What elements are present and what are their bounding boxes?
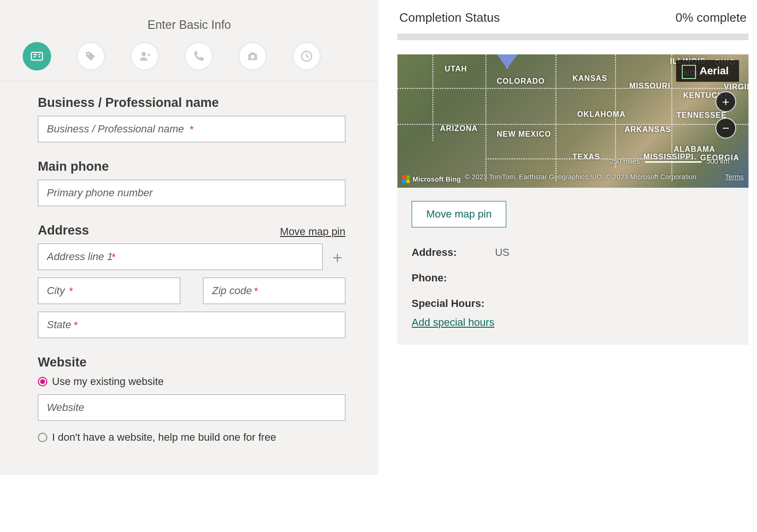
map-label-arkansas: ARKANSAS bbox=[625, 125, 671, 134]
map-terms-link[interactable]: Terms bbox=[725, 173, 744, 181]
main-phone-input[interactable] bbox=[38, 180, 345, 206]
map-label-arizona: ARIZONA bbox=[440, 124, 478, 133]
website-existing-radio[interactable] bbox=[38, 377, 47, 386]
form-pane: Enter Basic Info Business / Pr bbox=[0, 0, 378, 475]
map-scale-km: 500 km bbox=[706, 157, 730, 165]
city-required: * bbox=[69, 285, 73, 297]
map-aerial-toggle[interactable]: Aerial bbox=[676, 60, 739, 82]
address1-required: * bbox=[112, 251, 116, 263]
business-name-required: * bbox=[190, 123, 194, 136]
move-map-pin-link[interactable]: Move map pin bbox=[280, 226, 345, 238]
preview-pane: Completion Status 0% complete UTAH COLOR bbox=[378, 0, 757, 345]
map-label-texas: TEXAS bbox=[572, 153, 600, 161]
person-icon bbox=[138, 50, 151, 63]
map-label-tennessee: TENNESSEE bbox=[677, 111, 727, 120]
map[interactable]: UTAH COLORADO KANSAS MISSOURI ARIZONA NE… bbox=[397, 54, 748, 188]
tag-icon bbox=[84, 50, 97, 63]
website-input[interactable] bbox=[38, 394, 345, 421]
state-required: * bbox=[74, 319, 78, 331]
info-special-hours-label: Special Hours: bbox=[412, 297, 484, 310]
website-existing-text: Use my existing website bbox=[52, 375, 164, 388]
completion-status-label: Completion Status bbox=[399, 10, 500, 25]
preview-card: UTAH COLORADO KANSAS MISSOURI ARIZONA NE… bbox=[397, 54, 748, 345]
card-id-icon bbox=[30, 50, 44, 63]
camera-icon bbox=[246, 50, 259, 63]
svg-point-2 bbox=[141, 52, 146, 56]
phone-icon bbox=[192, 50, 205, 63]
map-attribution: Microsoft Bing © 2023 TomTom, Earthstar … bbox=[402, 173, 744, 183]
microsoft-bing-logo: Microsoft Bing bbox=[402, 175, 461, 183]
step-hours[interactable] bbox=[292, 42, 321, 70]
info-phone-label: Phone: bbox=[412, 272, 492, 284]
city-input[interactable] bbox=[38, 278, 180, 304]
main-phone-label: Main phone bbox=[38, 159, 345, 174]
svg-point-3 bbox=[251, 55, 255, 59]
step-tags[interactable] bbox=[77, 42, 105, 70]
website-build-text: I don't have a website, help me build on… bbox=[52, 431, 276, 444]
map-label-newmexico: NEW MEXICO bbox=[497, 130, 551, 139]
svg-point-1 bbox=[87, 53, 89, 55]
completion-status-value: 0% complete bbox=[676, 10, 747, 25]
move-map-pin-button[interactable]: Move map pin bbox=[412, 201, 506, 227]
info-address-label: Address: bbox=[412, 246, 492, 259]
info-address-value: US bbox=[495, 246, 510, 258]
website-label: Website bbox=[38, 355, 345, 370]
add-special-hours-link[interactable]: Add special hours bbox=[412, 316, 494, 329]
clock-icon bbox=[300, 50, 313, 63]
completion-progress-bar bbox=[397, 34, 748, 40]
form-title: Enter Basic Info bbox=[0, 0, 378, 37]
map-zoom-out-button[interactable]: − bbox=[715, 118, 736, 139]
map-label-missouri: MISSOURI bbox=[629, 82, 670, 90]
website-build-option[interactable]: I don't have a website, help me build on… bbox=[38, 431, 345, 444]
step-person[interactable] bbox=[131, 42, 159, 70]
map-scale-miles: 250 miles bbox=[609, 157, 640, 165]
map-scale: 250 miles 500 km bbox=[609, 157, 730, 165]
step-photos[interactable] bbox=[238, 42, 267, 70]
business-name-label: Business / Professional name bbox=[38, 96, 345, 110]
state-input[interactable] bbox=[38, 312, 345, 338]
map-label-colorado: COLORADO bbox=[497, 77, 545, 86]
form: Business / Professional name * Main phon… bbox=[0, 81, 378, 444]
map-label-oklahoma: OKLAHOMA bbox=[577, 110, 625, 119]
map-label-kansas: KANSAS bbox=[572, 74, 607, 83]
zip-required: * bbox=[254, 285, 258, 297]
address-label: Address bbox=[38, 223, 89, 238]
step-basic-info[interactable] bbox=[23, 42, 51, 70]
address-line1-input[interactable] bbox=[38, 244, 323, 270]
map-copyright: © 2023 TomTom, Earthstar Geographics SIO… bbox=[465, 173, 697, 181]
map-label-virginia: VIRGINIA bbox=[724, 83, 748, 91]
website-existing-option[interactable]: Use my existing website bbox=[38, 375, 345, 388]
map-label-utah: UTAH bbox=[445, 65, 467, 73]
step-phone[interactable] bbox=[185, 42, 213, 70]
add-address-line-button[interactable]: ＋ bbox=[329, 249, 345, 265]
zip-input[interactable] bbox=[203, 278, 345, 304]
website-build-radio[interactable] bbox=[38, 433, 47, 442]
svg-rect-0 bbox=[31, 52, 42, 60]
map-zoom-in-button[interactable]: + bbox=[715, 91, 736, 112]
step-bar bbox=[0, 37, 378, 81]
